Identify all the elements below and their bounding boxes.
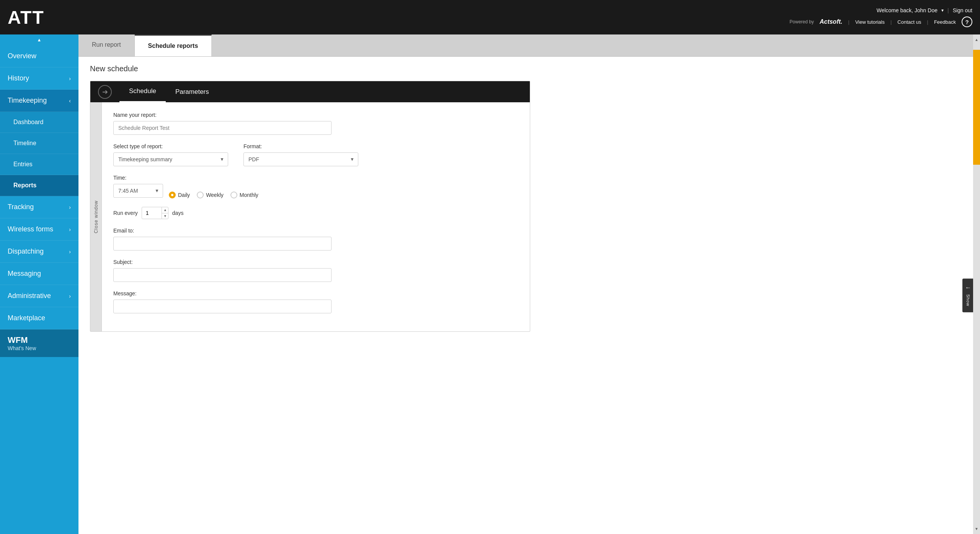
chevron-right-icon: › — [69, 226, 71, 233]
header-top-row: Welcome back, John Doe ▾ | Sign out — [877, 7, 972, 13]
sidebar-item-entries[interactable]: Entries — [0, 154, 78, 175]
chevron-right-icon: › — [69, 204, 71, 210]
sidebar-item-tracking[interactable]: Tracking › — [0, 196, 78, 218]
run-every-suffix: days — [172, 210, 184, 216]
contact-us-link[interactable]: Contact us — [897, 19, 921, 25]
report-type-format-row: Select type of report: Timekeeping summa… — [113, 143, 518, 166]
name-report-label: Name your report: — [113, 112, 518, 118]
close-window-button[interactable]: Close window — [90, 102, 102, 331]
time-select-wrapper: 7:45 AM 8:00 AM ▼ — [113, 184, 163, 198]
weekly-radio-button[interactable] — [197, 192, 204, 198]
sidebar-item-dispatching[interactable]: Dispatching › — [0, 241, 78, 263]
sidebar-item-timekeeping[interactable]: Timekeeping ‹ — [0, 90, 78, 112]
card-body: Name your report: Select type of report:… — [102, 102, 530, 331]
sidebar-item-dashboard-label: Dashboard — [13, 119, 43, 126]
scroll-track[interactable]: ▲ ▼ — [973, 34, 980, 534]
page-title: New schedule — [90, 64, 962, 73]
wfm-title: WFM — [8, 335, 71, 345]
sidebar: ▲ Overview History › Timekeeping ‹ Dashb… — [0, 34, 78, 534]
sidebar-item-administrative-label: Administrative — [8, 292, 51, 300]
view-tutorials-link[interactable]: View tutorials — [855, 19, 885, 25]
scroll-down-arrow[interactable]: ▼ — [973, 527, 980, 531]
sidebar-item-messaging[interactable]: Messaging — [0, 263, 78, 285]
frequency-daily-option[interactable]: Daily — [169, 192, 190, 198]
chevron-right-icon: › — [69, 249, 71, 255]
subject-input[interactable] — [113, 268, 332, 282]
email-input[interactable] — [113, 237, 332, 251]
subject-label: Subject: — [113, 259, 518, 265]
sidebar-scroll-up[interactable]: ▲ — [0, 34, 78, 45]
stepper-up-arrow[interactable]: ▲ — [162, 207, 168, 213]
chevron-right-icon: › — [69, 293, 71, 299]
scroll-thumb[interactable] — [973, 50, 980, 165]
show-panel-text: Show — [966, 294, 970, 306]
sidebar-item-messaging-label: Messaging — [8, 270, 41, 278]
sign-out-link[interactable]: Sign out — [953, 7, 972, 13]
run-every-label: Run every — [113, 210, 138, 216]
time-select[interactable]: 7:45 AM 8:00 AM — [113, 184, 163, 198]
actsoft-logo: Actsoft. — [820, 18, 843, 25]
schedule-card: ➔ Schedule Parameters Close window — [90, 81, 530, 332]
daily-radio-button[interactable] — [169, 192, 176, 198]
sidebar-item-timeline[interactable]: Timeline — [0, 133, 78, 154]
show-panel-button[interactable]: ← Show — [962, 278, 973, 312]
stepper-down-arrow[interactable]: ▼ — [162, 213, 168, 219]
email-label: Email to: — [113, 228, 518, 234]
sidebar-item-administrative[interactable]: Administrative › — [0, 285, 78, 307]
welcome-text: Welcome back, John Doe — [877, 7, 938, 13]
main-layout: ▲ Overview History › Timekeeping ‹ Dashb… — [0, 34, 980, 534]
sidebar-item-wireless-forms-label: Wireless forms — [8, 225, 53, 233]
header-bottom-row: Powered by Actsoft. | View tutorials | C… — [790, 16, 972, 27]
sidebar-item-history[interactable]: History › — [0, 67, 78, 90]
report-type-label: Select type of report: — [113, 143, 228, 149]
app-logo: ATT — [8, 7, 44, 28]
tab-schedule-reports[interactable]: Schedule reports — [135, 34, 212, 56]
sidebar-item-wireless-forms[interactable]: Wireless forms › — [0, 218, 78, 241]
daily-label: Daily — [178, 192, 190, 198]
format-label: Format: — [243, 143, 358, 149]
chevron-right-icon: › — [69, 75, 71, 82]
message-input[interactable] — [113, 300, 332, 313]
format-select[interactable]: PDF Excel CSV — [243, 152, 358, 166]
monthly-label: Monthly — [240, 192, 258, 198]
feedback-link[interactable]: Feedback — [934, 19, 956, 25]
whats-new-label: What's New — [8, 345, 71, 351]
name-report-group: Name your report: — [113, 112, 518, 135]
sidebar-item-dispatching-label: Dispatching — [8, 247, 44, 256]
sidebar-item-marketplace[interactable]: Marketplace — [0, 307, 78, 329]
scroll-up-arrow[interactable]: ▲ — [973, 38, 980, 42]
card-tab-parameters[interactable]: Parameters — [166, 82, 219, 102]
show-panel-arrow-icon: ← — [965, 284, 971, 291]
user-dropdown-arrow[interactable]: ▾ — [941, 8, 944, 13]
report-type-select[interactable]: Timekeeping summary Daily summary Weekly… — [113, 152, 228, 166]
name-report-input[interactable] — [113, 121, 332, 135]
sidebar-item-overview-label: Overview — [8, 52, 36, 60]
frequency-radio-group: Daily Weekly Monthly — [169, 183, 258, 198]
powered-by-label: Powered by — [790, 19, 814, 25]
chevron-down-icon: ‹ — [69, 98, 71, 104]
sidebar-item-tracking-label: Tracking — [8, 203, 34, 211]
stepper-arrows: ▲ ▼ — [162, 207, 168, 219]
tabs-bar: Run report Schedule reports — [78, 34, 973, 57]
sidebar-item-overview[interactable]: Overview — [0, 45, 78, 67]
tab-run-report[interactable]: Run report — [78, 34, 135, 56]
email-group: Email to: — [113, 228, 518, 251]
help-button[interactable]: ? — [962, 16, 972, 27]
card-tab-schedule[interactable]: Schedule — [119, 81, 166, 102]
sidebar-item-reports[interactable]: Reports — [0, 175, 78, 196]
run-every-stepper: ▲ ▼ — [142, 207, 168, 219]
message-label: Message: — [113, 290, 518, 296]
sidebar-bottom: WFM What's New — [0, 329, 78, 357]
sidebar-item-timekeeping-label: Timekeeping — [8, 97, 47, 105]
subject-group: Subject: — [113, 259, 518, 282]
sidebar-item-dashboard[interactable]: Dashboard — [0, 112, 78, 133]
sidebar-item-reports-label: Reports — [13, 182, 36, 189]
frequency-monthly-option[interactable]: Monthly — [230, 192, 258, 198]
frequency-weekly-option[interactable]: Weekly — [197, 192, 224, 198]
schedule-nav-icon[interactable]: ➔ — [98, 85, 112, 99]
page-content: ← Show New schedule ➔ Schedule Parameter… — [78, 57, 973, 534]
sidebar-item-timeline-label: Timeline — [13, 140, 36, 147]
weekly-label: Weekly — [206, 192, 224, 198]
monthly-radio-button[interactable] — [230, 192, 237, 198]
header-right: Welcome back, John Doe ▾ | Sign out Powe… — [790, 7, 972, 27]
